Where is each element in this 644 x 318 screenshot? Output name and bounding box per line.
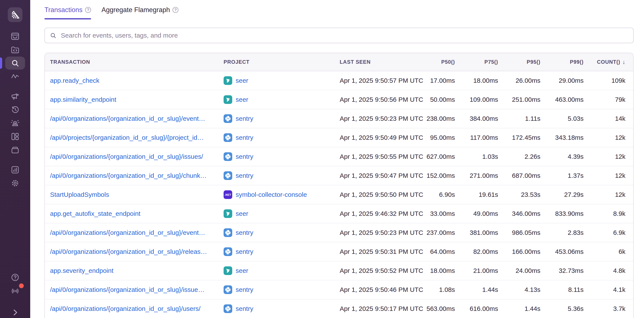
p75-cell: 82.00ms [455,248,498,255]
search-icon [10,58,20,68]
p50-cell: 152.00ms [422,172,455,179]
search-input[interactable] [60,31,628,40]
p99-cell: 5.36s [540,305,584,312]
sentry-logo[interactable] [8,7,22,22]
app-window: Transactions ? Aggregate Flamegraph ? TR… [0,0,644,318]
p50-cell: 64.00ms [422,248,455,255]
transaction-cell: app.ready_check [50,77,224,84]
tab-transactions[interactable]: Transactions ? [44,6,91,20]
transaction-link[interactable]: app.similarity_endpoint [50,96,116,103]
nav-alerts[interactable] [5,117,25,130]
count-cell: 14k [584,115,633,122]
transaction-cell: StartUploadSymbols [50,191,224,198]
nav-stats[interactable] [5,163,25,176]
p95-cell: 2.26s [498,153,540,160]
python-icon [224,114,232,123]
project-link[interactable]: sentry [236,286,253,293]
sidebar-expand[interactable] [5,306,25,318]
nav-performance[interactable] [5,70,25,83]
transaction-link[interactable]: app.ready_check [50,77,100,84]
transaction-link[interactable]: /api/0/organizations/{organization_id_or… [50,153,203,160]
project-link[interactable]: seer [236,267,248,274]
help-icon[interactable]: ? [85,7,91,13]
table-body: app.ready_check seer Apr 1, 2025 9:50:57… [45,71,633,318]
transaction-cell: /api/0/projects/{organization_id_or_slug… [50,134,224,141]
nav-dashboards[interactable] [5,130,25,143]
nav-whats-new[interactable] [5,284,25,297]
project-link[interactable]: sentry [236,134,253,141]
column-header-p95[interactable]: P95() [498,59,540,65]
transaction-cell: /api/0/organizations/{organization_id_or… [50,286,224,293]
broadcast-icon [10,286,20,295]
nav-releases[interactable] [5,143,25,156]
p99-cell: 4.39s [540,153,584,160]
count-cell: 4.1k [584,286,633,293]
help-icon[interactable]: ? [172,7,178,13]
pulse-icon [10,72,20,81]
help-icon [10,273,20,282]
transaction-link[interactable]: /api/0/organizations/{organization_id_or… [50,286,204,293]
nav-projects[interactable] [5,43,25,56]
transaction-link[interactable]: /api/0/organizations/{organization_id_or… [50,305,200,312]
clock-rewind-icon [10,105,20,115]
p99-cell: 1.37s [540,172,584,179]
count-cell: 6.9k [584,229,633,236]
nav-feedback[interactable] [5,90,25,103]
transaction-link[interactable]: /api/0/projects/{organization_id_or_slug… [50,134,204,141]
column-header-project[interactable]: PROJECT [224,59,340,65]
project-link[interactable]: seer [236,96,248,103]
nav-help[interactable] [5,271,25,284]
transaction-link[interactable]: /api/0/organizations/{organization_id_or… [50,172,207,179]
transaction-link[interactable]: /api/0/organizations/{organization_id_or… [50,248,207,255]
count-cell: 79k [584,96,633,103]
project-link[interactable]: sentry [236,305,253,312]
tab-aggregate-flamegraph[interactable]: Aggregate Flamegraph ? [102,6,178,20]
sidebar [0,0,30,318]
transactions-table: TRANSACTION PROJECT LAST SEEN P50() P75(… [44,53,634,318]
p99-cell: 5.03s [540,115,584,122]
project-link[interactable]: sentry [236,172,253,179]
python-icon [224,152,232,161]
column-header-transaction[interactable]: TRANSACTION [50,59,224,65]
column-header-p75[interactable]: P75() [455,59,498,65]
p50-cell: 18.00ms [422,267,455,274]
project-link[interactable]: seer [236,77,248,84]
p99-cell: 463.00ms [540,96,584,103]
transaction-link[interactable]: /api/0/organizations/{organization_id_or… [50,115,205,122]
transaction-link[interactable]: app.get_autofix_state_endpoint [50,210,140,217]
transaction-link[interactable]: StartUploadSymbols [50,191,109,198]
transaction-link[interactable]: app.severity_endpoint [50,267,114,274]
search-icon [50,32,56,39]
count-cell: 12k [584,134,633,141]
search-bar[interactable] [44,28,634,43]
table-row: /api/0/organizations/{organization_id_or… [45,147,633,166]
storage-box-icon [10,145,20,155]
column-header-p50[interactable]: P50() [422,59,455,65]
column-header-count[interactable]: COUNT() ↓ [584,59,633,66]
project-link[interactable]: sentry [236,153,253,160]
python-icon [224,247,232,256]
project-cell: sentry [224,285,340,294]
nav-explore[interactable] [5,57,25,70]
project-link[interactable]: seer [236,210,248,217]
nav-issues[interactable] [5,30,25,43]
project-link[interactable]: symbol-collector-console [236,191,307,198]
project-link[interactable]: sentry [236,229,253,236]
column-header-last-seen[interactable]: LAST SEEN [340,59,422,65]
tab-label: Aggregate Flamegraph [102,6,170,14]
last-seen-cell: Apr 1, 2025 9:50:56 PM UTC [340,96,422,103]
table-row: /api/0/organizations/{organization_id_or… [45,299,633,318]
nav-replays[interactable] [5,103,25,116]
p99-cell: 453.06ms [540,248,584,255]
column-header-p99[interactable]: P99() [540,59,584,65]
project-link[interactable]: sentry [236,248,253,255]
column-header-count-label: COUNT() [597,59,620,65]
table-row: /api/0/organizations/{organization_id_or… [45,166,633,185]
nav-settings[interactable] [5,177,25,190]
p75-cell: 271.00ms [455,172,498,179]
transaction-link[interactable]: /api/0/organizations/{organization_id_or… [50,229,205,236]
transaction-cell: app.similarity_endpoint [50,96,224,103]
last-seen-cell: Apr 1, 2025 9:50:55 PM UTC [340,153,422,160]
project-link[interactable]: sentry [236,115,253,122]
p75-cell: 616.00ms [455,305,498,312]
